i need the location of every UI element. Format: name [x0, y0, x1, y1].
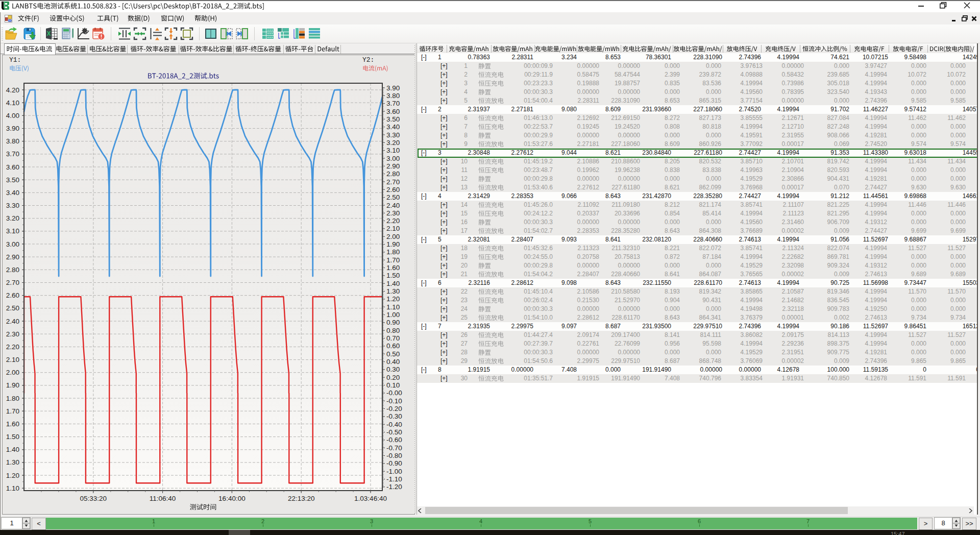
svg-text:-0.90: -0.90	[386, 459, 402, 467]
svg-text:3.60: 3.60	[386, 108, 400, 115]
svg-text:1.20: 1.20	[386, 295, 400, 303]
svg-text:1.90: 1.90	[386, 240, 400, 248]
svg-text:2.60: 2.60	[6, 291, 19, 299]
svg-text:-0.10: -0.10	[386, 397, 402, 405]
svg-text:1.30: 1.30	[386, 287, 400, 295]
svg-text:0.20: 0.20	[386, 374, 400, 381]
svg-text:1.20: 1.20	[6, 472, 19, 479]
svg-text:2.90: 2.90	[6, 253, 19, 261]
svg-text:-0.20: -0.20	[386, 405, 402, 412]
svg-text:1.40: 1.40	[386, 280, 400, 287]
svg-text:2.00: 2.00	[6, 369, 19, 376]
svg-text:1.30: 1.30	[6, 458, 19, 466]
svg-text:3.80: 3.80	[6, 137, 19, 145]
svg-text:-0.50: -0.50	[386, 428, 402, 436]
svg-text:1.80: 1.80	[6, 395, 19, 402]
svg-text:2.30: 2.30	[386, 209, 400, 217]
svg-text:-1.20: -1.20	[386, 483, 402, 491]
svg-text:0.30: 0.30	[386, 366, 400, 373]
svg-text:3.50: 3.50	[386, 115, 400, 123]
svg-text:3.70: 3.70	[386, 100, 400, 107]
svg-text:3.60: 3.60	[6, 163, 19, 171]
svg-text:1.60: 1.60	[386, 264, 400, 272]
svg-text:-1.00: -1.00	[386, 468, 402, 475]
svg-text:1.00: 1.00	[386, 311, 400, 319]
svg-text:1.40: 1.40	[6, 446, 19, 453]
svg-text:2.10: 2.10	[6, 356, 19, 363]
svg-text:-0.30: -0.30	[386, 412, 402, 420]
svg-text:2.70: 2.70	[386, 178, 400, 186]
svg-text:-0.00: -0.00	[386, 389, 402, 397]
svg-text:3.90: 3.90	[386, 84, 400, 92]
svg-text:3.10: 3.10	[386, 147, 400, 154]
svg-text:2.80: 2.80	[386, 170, 400, 178]
svg-text:1.10: 1.10	[6, 484, 19, 492]
svg-text:3.80: 3.80	[386, 92, 400, 100]
svg-text:3.10: 3.10	[6, 227, 19, 235]
svg-text:-0.60: -0.60	[386, 436, 402, 444]
svg-text:0.10: 0.10	[386, 381, 400, 389]
svg-text:-1.10: -1.10	[386, 475, 402, 483]
svg-text:-0.40: -0.40	[386, 421, 402, 428]
svg-text:05:33:20: 05:33:20	[80, 495, 107, 502]
svg-text:1.03:46:40: 1.03:46:40	[354, 495, 387, 502]
svg-text:2.00: 2.00	[386, 233, 400, 240]
svg-text:-0.70: -0.70	[386, 444, 402, 452]
svg-text:2.70: 2.70	[6, 279, 19, 286]
svg-text:1.10: 1.10	[386, 303, 400, 311]
svg-text:1.60: 1.60	[6, 420, 19, 428]
svg-text:16:40:00: 16:40:00	[218, 495, 246, 502]
svg-text:2.50: 2.50	[6, 304, 19, 312]
svg-text:4.20: 4.20	[6, 86, 19, 94]
svg-text:2.40: 2.40	[6, 318, 19, 325]
svg-text:4.00: 4.00	[6, 112, 19, 119]
svg-text:0.70: 0.70	[386, 334, 400, 342]
svg-text:0.40: 0.40	[386, 358, 400, 366]
svg-text:0.60: 0.60	[386, 342, 400, 350]
svg-text:1.70: 1.70	[6, 407, 19, 415]
svg-text:22:13:20: 22:13:20	[288, 495, 315, 502]
svg-text:11:06:40: 11:06:40	[150, 495, 176, 502]
svg-text:0.90: 0.90	[386, 319, 400, 326]
svg-text:0.50: 0.50	[386, 350, 400, 358]
svg-text:2.60: 2.60	[386, 186, 400, 193]
svg-text:1.70: 1.70	[386, 256, 400, 264]
svg-text:2.50: 2.50	[386, 193, 400, 201]
svg-text:-0.80: -0.80	[386, 452, 402, 459]
svg-text:3.00: 3.00	[6, 240, 19, 248]
svg-text:2.90: 2.90	[386, 162, 400, 170]
svg-text:3.40: 3.40	[6, 189, 19, 197]
svg-text:3.30: 3.30	[386, 131, 400, 139]
svg-text:3.90: 3.90	[6, 125, 19, 132]
svg-text:3.70: 3.70	[6, 150, 19, 158]
svg-text:1.80: 1.80	[386, 248, 400, 256]
svg-text:1.90: 1.90	[6, 381, 19, 389]
svg-text:4.10: 4.10	[6, 99, 19, 107]
svg-text:1.50: 1.50	[386, 272, 400, 279]
svg-text:3.00: 3.00	[386, 155, 400, 162]
svg-text:1.50: 1.50	[6, 433, 19, 441]
svg-text:2.40: 2.40	[386, 202, 400, 209]
svg-text:3.50: 3.50	[6, 176, 19, 184]
svg-text:2.30: 2.30	[6, 330, 19, 338]
svg-text:3.30: 3.30	[6, 202, 19, 209]
svg-text:3.40: 3.40	[386, 123, 400, 131]
svg-text:2.80: 2.80	[6, 266, 19, 274]
svg-text:3.20: 3.20	[6, 214, 19, 222]
svg-text:2.10: 2.10	[386, 225, 400, 232]
svg-text:3.20: 3.20	[386, 139, 400, 147]
svg-text:2.20: 2.20	[386, 217, 400, 225]
svg-text:2.20: 2.20	[6, 343, 19, 351]
svg-text:0.80: 0.80	[386, 327, 400, 334]
